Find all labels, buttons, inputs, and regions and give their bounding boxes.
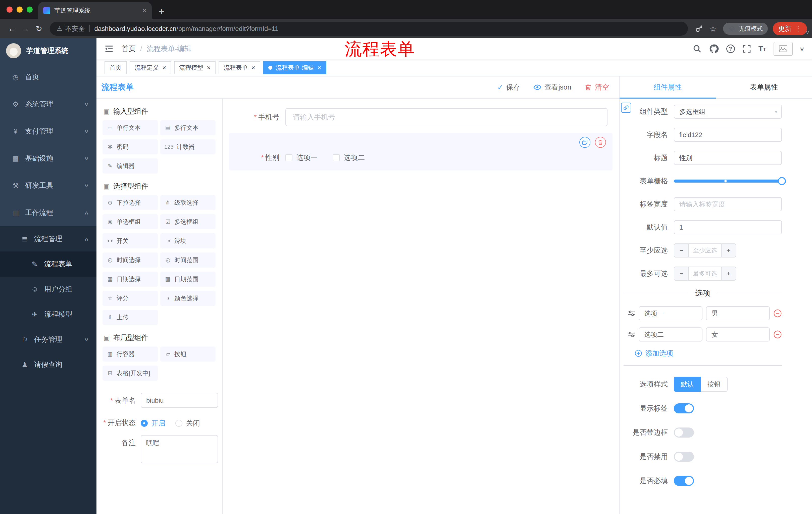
sidebar-toggle-icon[interactable] (105, 44, 114, 53)
component-select[interactable]: ⊙下拉选择 (103, 195, 158, 210)
reload-icon[interactable]: ↻ (32, 24, 46, 33)
tab-component-props[interactable]: 组件属性 (619, 77, 716, 98)
style-default-button[interactable]: 默认 (674, 377, 701, 392)
sidebar-item-workflow[interactable]: ▦工作流程∧ (0, 199, 96, 226)
clear-button[interactable]: 清空 (584, 82, 609, 92)
component-editor[interactable]: ✎编辑器 (103, 158, 158, 173)
github-icon[interactable] (709, 44, 719, 54)
drag-handle-icon[interactable] (628, 331, 635, 338)
increase-icon[interactable]: + (722, 244, 736, 257)
tag-close-icon[interactable]: × (251, 64, 255, 71)
component-counter[interactable]: 123计数器 (160, 139, 215, 154)
min-select-placeholder[interactable]: 至少应选 (688, 244, 722, 257)
disabled-switch[interactable] (674, 452, 694, 462)
help-icon[interactable]: ? (726, 45, 735, 53)
sidebar-item-process-model[interactable]: ✈流程模型 (0, 302, 96, 327)
radio-option-disabled[interactable]: 关闭 (175, 418, 200, 428)
sidebar-item-devtools[interactable]: ⚒研发工具∨ (0, 172, 96, 199)
component-table[interactable]: ⊞表格[开发中] (103, 366, 158, 381)
decrease-icon[interactable]: − (674, 244, 688, 257)
phone-field-row[interactable]: *手机号 (229, 106, 612, 129)
component-date-range[interactable]: ▩日期范围 (160, 272, 215, 287)
title-input[interactable] (674, 151, 782, 165)
component-date-picker[interactable]: ▦日期选择 (103, 272, 158, 287)
toolbar-caret-icon[interactable]: ∨ (806, 29, 810, 36)
sidebar-item-user-group[interactable]: ☺用户分组 (0, 277, 96, 302)
gender-field-row[interactable]: *性别 选项一选项二 (229, 133, 612, 170)
back-icon[interactable]: ← (5, 24, 19, 33)
add-option-button[interactable]: 添加选项 (635, 349, 782, 358)
link-button[interactable] (621, 103, 631, 113)
slider-track[interactable] (674, 180, 782, 183)
forward-icon[interactable]: → (19, 24, 32, 33)
option-label-input[interactable] (639, 327, 702, 342)
component-color-picker[interactable]: ◑颜色选择 (160, 291, 215, 306)
radio-option-enabled[interactable]: 开启 (141, 418, 165, 428)
tag-process-definition[interactable]: 流程定义× (129, 61, 171, 74)
search-icon[interactable] (693, 44, 702, 53)
component-upload[interactable]: ⇧上传 (103, 310, 158, 325)
view-json-button[interactable]: 查看json (533, 82, 571, 92)
field-name-input[interactable] (674, 128, 782, 142)
tag-home[interactable]: 首页 (105, 61, 127, 74)
fullscreen-icon[interactable] (743, 45, 751, 53)
remove-option-icon[interactable] (773, 309, 782, 318)
tag-close-icon[interactable]: × (162, 64, 166, 71)
component-row-container[interactable]: ▥行容器 (103, 347, 158, 361)
new-tab-button[interactable]: + (159, 6, 164, 16)
tag-close-icon[interactable]: × (207, 64, 210, 71)
form-canvas[interactable]: *手机号 (223, 99, 619, 514)
sidebar-item-process-form[interactable]: ✎流程表单 (0, 251, 96, 277)
window-close-button[interactable] (6, 6, 12, 12)
address-bar[interactable]: ⚠ 不安全 dashboard.yudao.iocoder.cn/bpm/man… (50, 22, 688, 36)
show-label-switch[interactable] (674, 403, 694, 413)
tag-process-form-edit[interactable]: 流程表单-编辑× (263, 61, 326, 74)
phone-field-input[interactable] (285, 108, 608, 126)
bookmark-star-icon[interactable]: ☆ (706, 24, 720, 33)
checkbox-option-1[interactable]: 选项一 (285, 153, 318, 162)
slider-handle[interactable] (778, 177, 786, 185)
component-checkbox-group[interactable]: ☑多选框组 (160, 214, 215, 229)
component-button[interactable]: ▱按钮 (160, 347, 215, 361)
component-time-picker[interactable]: ◴时间选择 (103, 252, 158, 268)
component-type-select[interactable]: ▾ (674, 105, 782, 119)
avatar[interactable] (774, 42, 793, 56)
tab-close-icon[interactable]: × (143, 7, 147, 14)
form-name-input[interactable] (141, 393, 218, 408)
delete-field-icon[interactable] (595, 137, 606, 148)
increase-icon[interactable]: + (722, 267, 736, 280)
breadcrumb-home[interactable]: 首页 (122, 44, 136, 54)
tag-process-model[interactable]: 流程模型× (174, 61, 215, 74)
component-multi-line-text[interactable]: ▤多行文本 (160, 120, 215, 135)
copy-field-icon[interactable] (579, 137, 590, 148)
option-label-input[interactable] (639, 306, 702, 320)
save-button[interactable]: ✓ 保存 (497, 82, 520, 92)
component-radio-group[interactable]: ◉单选框组 (103, 214, 158, 229)
option-value-input[interactable] (706, 306, 770, 320)
component-rate[interactable]: ☆评分 (103, 291, 158, 306)
sidebar-logo[interactable]: 芋道管理系统 (0, 38, 96, 63)
tab-form-props[interactable]: 表单属性 (716, 77, 812, 98)
decrease-icon[interactable]: − (674, 267, 688, 280)
sidebar-item-task-manage[interactable]: ⚐任务管理∨ (0, 327, 96, 352)
browser-update-button[interactable]: 更新 ⋮ (773, 22, 807, 35)
drag-handle-icon[interactable] (628, 309, 635, 317)
window-maximize-button[interactable] (27, 6, 33, 12)
sidebar-item-system[interactable]: ⚙系统管理∨ (0, 90, 96, 118)
required-switch[interactable] (674, 476, 694, 486)
sidebar-item-payment[interactable]: ¥支付管理∨ (0, 118, 96, 145)
component-slider[interactable]: ⊸滑块 (160, 233, 215, 248)
browser-tab[interactable]: 芋道管理系统 × (38, 2, 152, 19)
window-minimize-button[interactable] (17, 6, 23, 12)
component-cascader[interactable]: ⋔级联选择 (160, 195, 215, 210)
sidebar-item-infrastructure[interactable]: ▤基础设施∨ (0, 145, 96, 172)
tag-close-icon[interactable]: × (318, 64, 321, 71)
key-icon[interactable] (692, 24, 706, 33)
form-remark-textarea[interactable]: 嘿嘿 (141, 435, 218, 463)
sidebar-item-leave-query[interactable]: ♟请假查询 (0, 352, 96, 377)
tag-process-form[interactable]: 流程表单× (219, 61, 260, 74)
option-value-input[interactable] (706, 327, 770, 342)
max-select-placeholder[interactable]: 最多可选 (688, 267, 722, 280)
style-button-button[interactable]: 按钮 (701, 377, 728, 392)
component-password[interactable]: ✱密码 (103, 139, 158, 154)
